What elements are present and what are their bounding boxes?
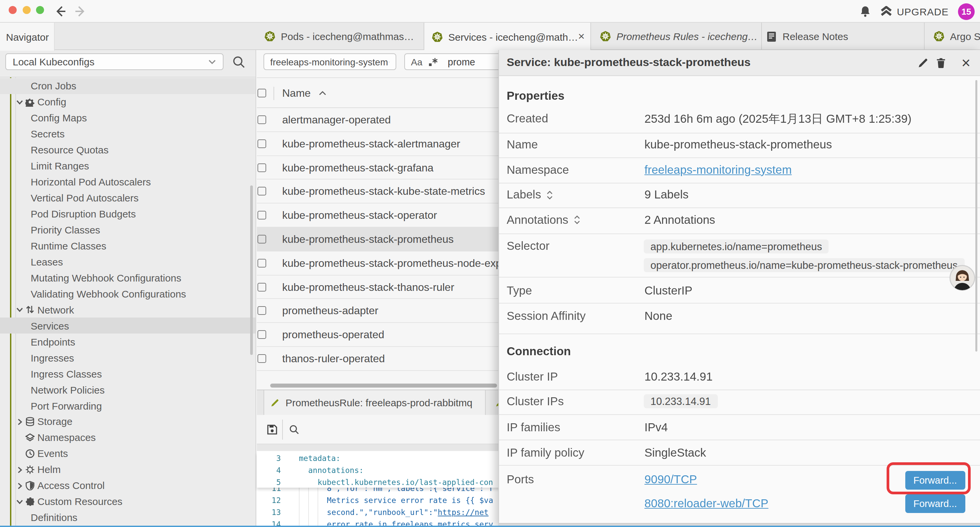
select-all-checkbox[interactable] [258,89,266,97]
kubeconfig-select-value: Local Kubeconfigs [13,56,94,67]
sidebar-item-horizontal-pod-autoscalers[interactable]: Horizontal Pod Autoscalers [0,174,256,190]
user-avatar[interactable] [949,265,975,291]
sidebar-scrollbar[interactable] [250,185,253,355]
save-icon[interactable] [267,424,277,435]
row-checkbox[interactable] [258,259,266,267]
row-checkbox[interactable] [258,187,266,196]
sidebar-item-helm[interactable]: Helm [0,462,256,478]
sidebar-item-config[interactable]: Config [0,94,256,110]
service-name-cell: alertmanager-operated [282,108,391,132]
section-title-properties: Properties [507,89,565,103]
clock-icon [25,449,35,458]
sidebar-item-cron-jobs[interactable]: Cron Jobs [0,78,256,94]
sidebar-item-mutating-webhook-configurations[interactable]: Mutating Webhook Configurations [0,269,256,285]
sidebar-item-vertical-pod-autoscalers[interactable]: Vertical Pod Autoscalers [0,190,256,206]
detail-value-session_affinity: None [644,309,673,323]
regex-toggle-icon[interactable] [428,57,438,66]
sidebar-item-network-policies[interactable]: Network Policies [0,382,256,398]
sidebar-item-label: Validating Webhook Configurations [31,288,186,299]
panel-scrollbar[interactable] [975,80,977,352]
sidebar-item-events[interactable]: Events [0,446,256,462]
forward-arrow-icon[interactable] [73,5,87,18]
search-icon[interactable] [231,55,246,69]
sidebar-item-ingresses[interactable]: Ingresses [0,350,256,366]
detail-label-labels: Labels [507,188,553,202]
sidebar-item-storage[interactable]: Storage [0,414,256,430]
editor-search-icon[interactable] [289,424,299,435]
tab-label: Argo Se [950,31,980,42]
notifications-bell-icon[interactable] [859,5,872,18]
code-line: second.","runbook_url":"https://net [327,506,488,518]
forward-port-button-8080[interactable]: Forward... [905,494,965,513]
tab-pods[interactable]: Pods - icecheng@mathmas… [257,23,424,50]
window-maximize-button[interactable] [36,6,44,14]
detail-value-type: ClusterIP [644,283,692,298]
upgrade-label: UPGRADE [897,6,949,17]
window-close-button[interactable] [9,6,17,14]
sidebar-item-leases[interactable]: Leases [0,254,256,270]
sidebar-item-pod-disruption-budgets[interactable]: Pod Disruption Budgets [0,206,256,222]
window-minimize-button[interactable] [22,6,30,14]
row-checkbox[interactable] [258,307,266,315]
kubeconfig-select[interactable]: Local Kubeconfigs [5,53,223,70]
sidebar-item-label: Mutating Webhook Configurations [31,272,181,283]
notification-count-badge[interactable]: 15 [958,3,975,20]
detail-value-ip_family_policy: SingleStack [644,446,706,460]
kubernetes-icon [600,31,611,42]
sticky-code-line: annotations: [308,464,364,476]
upgrade-button[interactable]: UPGRADE [881,6,949,17]
tab-close-icon[interactable]: × [578,30,585,43]
sidebar-item-priority-classes[interactable]: Priority Classes [0,222,256,238]
row-checkbox[interactable] [258,282,266,291]
sidebar-item-label: Ingress Classes [31,368,102,379]
tab-prometheus-rules[interactable]: Prometheus Rules - icecheng… [591,23,762,50]
detail-value-namespace[interactable]: freeleaps-monitoring-system [644,163,792,177]
detail-value-ip_families: IPv4 [644,420,668,435]
row-checkbox[interactable] [258,163,266,172]
row-checkbox[interactable] [258,235,266,244]
table-horizontal-scrollbar[interactable] [270,384,497,387]
sidebar-item-endpoints[interactable]: Endpoints [0,334,256,350]
layers-icon [25,433,35,442]
namespace-select-value: freeleaps-monitoring-system [270,56,388,67]
sidebar-item-port-forwarding[interactable]: Port Forwarding [0,398,256,414]
sidebar-item-secrets[interactable]: Secrets [0,126,256,142]
sort-toggle-icon[interactable] [546,190,553,199]
tab-release-notes[interactable]: Release Notes [762,23,924,50]
sidebar-item-limit-ranges[interactable]: Limit Ranges [0,158,256,174]
sidebar-item-access-control[interactable]: Access Control [0,478,256,494]
port-link-8080[interactable]: 8080:reloader-web/TCP [644,496,768,510]
tab-services-active[interactable]: Services - icecheng@math… × [424,23,591,51]
name-column-header[interactable]: Name [282,78,326,108]
table-search-input[interactable]: Aa prome [404,53,511,70]
sidebar-item-namespaces[interactable]: Namespaces [0,430,256,446]
back-arrow-icon[interactable] [54,5,67,18]
delete-resource-icon[interactable] [935,57,947,69]
sidebar-item-network[interactable]: Network [0,301,256,318]
port-link-9090[interactable]: 9090/TCP [644,473,697,487]
sidebar-item-services[interactable]: Services [0,318,256,334]
row-checkbox[interactable] [258,115,266,124]
sidebar-item-validating-webhook-configurations[interactable]: Validating Webhook Configurations [0,285,256,301]
tab-argo[interactable]: Argo Se [924,23,980,50]
match-case-toggle[interactable]: Aa [411,56,422,67]
sidebar-item-config-maps[interactable]: Config Maps [0,110,256,126]
row-checkbox[interactable] [258,139,266,148]
code-line: Metrics service error rate is {{ $va [327,494,493,506]
row-checkbox[interactable] [258,211,266,220]
updown-icon [25,305,35,314]
row-checkbox[interactable] [258,330,266,339]
dock-tab-prometheusrule[interactable]: PrometheusRule: freeleaps-prod-rabbitmq [264,390,486,415]
sidebar-item-custom-resources[interactable]: Custom Resources [0,494,256,509]
sidebar-item-definitions[interactable]: Definitions [0,509,256,525]
sidebar-item-resource-quotas[interactable]: Resource Quotas [0,142,256,158]
service-name-cell: kube-prometheus-stack-prometheus [282,228,453,252]
namespace-select[interactable]: freeleaps-monitoring-system [264,53,396,70]
row-checkbox[interactable] [258,354,266,363]
close-panel-icon[interactable]: × [959,53,973,72]
edit-resource-icon[interactable] [917,57,929,69]
sidebar-item-ingress-classes[interactable]: Ingress Classes [0,366,256,382]
sidebar-item-runtime-classes[interactable]: Runtime Classes [0,238,256,254]
sort-toggle-icon[interactable] [574,215,581,224]
sidebar-item-label: Config [37,96,66,107]
